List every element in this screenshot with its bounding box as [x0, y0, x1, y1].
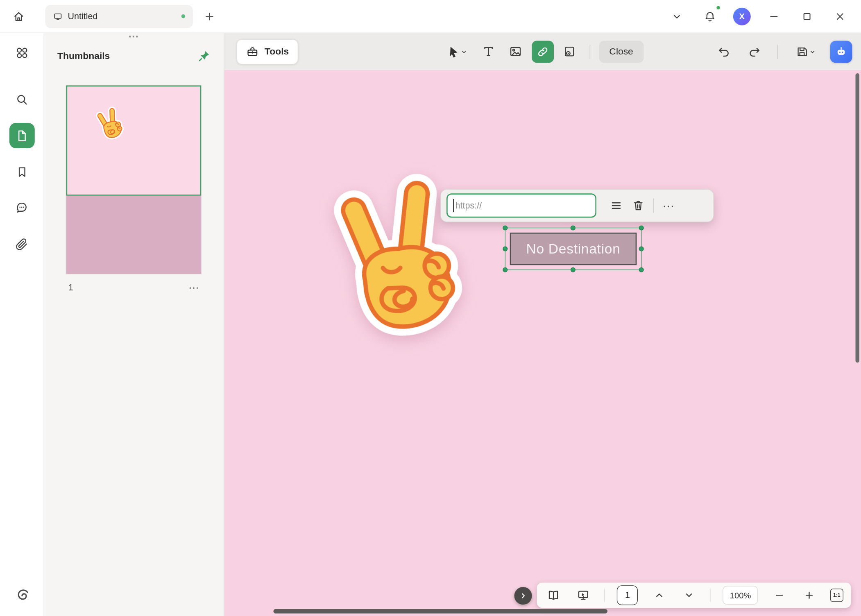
redo-icon — [747, 45, 761, 59]
new-tab-button[interactable] — [199, 6, 219, 26]
app-logo-icon — [14, 588, 29, 604]
chevron-down-icon — [809, 48, 816, 55]
resize-handle-middle-left[interactable] — [503, 246, 508, 251]
resize-handle-middle-right[interactable] — [639, 246, 644, 251]
next-page-button[interactable] — [680, 587, 698, 604]
link-destination-tool-button[interactable] — [559, 41, 581, 63]
vertical-scrollbar[interactable] — [856, 73, 859, 362]
document-tab[interactable]: Untitled — [45, 5, 193, 28]
bell-icon — [703, 10, 716, 23]
resize-handle-top-middle[interactable] — [571, 225, 576, 230]
horizontal-scrollbar[interactable] — [273, 609, 607, 614]
undo-icon — [717, 45, 731, 59]
app-body: ⋯ Thumbnails 1 ⋯ — [0, 33, 861, 616]
comment-icon — [15, 200, 29, 214]
resize-handle-bottom-middle[interactable] — [571, 267, 576, 272]
page-icon — [15, 129, 29, 143]
zoom-level-button[interactable]: 100% — [723, 586, 758, 605]
document-screen-icon — [53, 11, 63, 21]
home-icon — [12, 10, 25, 23]
resize-handle-bottom-right[interactable] — [639, 267, 644, 272]
maximize-button[interactable] — [797, 6, 817, 26]
page-options-button[interactable]: ⋯ — [188, 282, 199, 293]
save-icon — [795, 45, 809, 58]
app-logo-button[interactable] — [9, 583, 34, 609]
search-icon — [15, 92, 29, 106]
collapse-toolbar-button[interactable] — [667, 6, 687, 26]
page-thumbnail[interactable] — [66, 86, 201, 274]
titlebar-right-controls: X — [667, 6, 852, 26]
actual-size-button[interactable]: 1:1 — [830, 589, 843, 602]
notifications-button[interactable] — [700, 6, 720, 26]
presentation-mode-button[interactable] — [574, 587, 592, 604]
annotation-tools-group: Close — [442, 41, 643, 63]
home-button[interactable] — [9, 6, 29, 26]
select-tool-button[interactable] — [442, 41, 472, 63]
close-window-button[interactable] — [830, 6, 850, 26]
viewbar-divider — [710, 589, 710, 602]
plus-icon — [803, 589, 815, 602]
paperclip-icon — [15, 237, 29, 251]
link-options-menu-button[interactable] — [605, 195, 628, 217]
ai-robot-icon — [834, 45, 847, 58]
minimize-button[interactable] — [764, 6, 784, 26]
redo-button[interactable] — [743, 41, 765, 63]
view-controls-bar: 100% 1:1 — [537, 582, 851, 608]
save-button[interactable] — [790, 41, 822, 63]
collapse-view-bar-button[interactable] — [514, 587, 532, 605]
visible-area-indicator[interactable] — [66, 86, 201, 196]
plus-icon — [204, 10, 216, 23]
resize-handle-top-right[interactable] — [639, 225, 644, 230]
bookmark-icon — [15, 165, 28, 179]
comments-button[interactable] — [9, 195, 34, 220]
zoom-in-button[interactable] — [800, 587, 818, 604]
text-tool-button[interactable] — [478, 41, 500, 63]
chevron-right-icon — [518, 591, 528, 601]
image-tool-button[interactable] — [505, 41, 527, 63]
book-icon — [547, 589, 560, 602]
zoom-out-button[interactable] — [770, 587, 788, 604]
panel-drag-handle[interactable]: ⋯ — [128, 31, 140, 41]
user-avatar[interactable]: X — [733, 7, 751, 25]
apps-grid-icon — [15, 46, 29, 60]
pin-panel-button[interactable] — [195, 48, 213, 65]
delete-link-button[interactable] — [627, 195, 649, 217]
maximize-icon — [801, 10, 813, 23]
more-options-button[interactable]: ⋯ — [657, 195, 680, 217]
main-area: Tools — [224, 33, 861, 616]
close-link-mode-button[interactable]: Close — [599, 41, 644, 63]
link-url-input[interactable] — [446, 193, 596, 217]
attachments-button[interactable] — [9, 231, 34, 257]
search-button[interactable] — [9, 86, 34, 112]
avatar-initial: X — [739, 11, 745, 21]
bookmarks-button[interactable] — [9, 159, 34, 185]
link-annotation-label: No Destination — [526, 241, 620, 257]
page-thumbnails-panel-button[interactable] — [9, 123, 34, 148]
resize-handle-bottom-left[interactable] — [503, 267, 508, 272]
left-navigation-rail — [0, 33, 44, 616]
apps-grid-button[interactable] — [9, 40, 34, 66]
link-selection-frame: No Destination — [505, 228, 642, 270]
link-tool-button[interactable] — [532, 41, 554, 63]
document-canvas: ⋯ No Destination — [224, 70, 861, 616]
previous-page-button[interactable] — [650, 587, 668, 604]
link-tool-icon — [536, 45, 549, 58]
read-mode-button[interactable] — [545, 587, 562, 604]
undo-button[interactable] — [713, 41, 735, 63]
tools-label: Tools — [265, 46, 289, 57]
hamburger-menu-icon — [609, 199, 623, 212]
ellipsis-icon: ⋯ — [663, 200, 675, 211]
link-editor-popup: ⋯ — [440, 189, 714, 222]
page-number-label: 1 — [68, 283, 73, 292]
resize-handle-top-left[interactable] — [503, 225, 508, 230]
toolbar-divider — [589, 44, 590, 59]
minimize-icon — [768, 10, 780, 23]
ai-assistant-button[interactable] — [830, 41, 852, 63]
tools-menu-button[interactable]: Tools — [236, 39, 298, 64]
link-annotation-box[interactable]: No Destination — [510, 233, 637, 265]
thumbnails-panel: ⋯ Thumbnails 1 ⋯ — [44, 33, 224, 616]
title-bar: Untitled X — [0, 0, 861, 33]
current-page-input[interactable] — [617, 585, 638, 605]
peace-hand-sticker[interactable] — [301, 148, 496, 363]
cursor-icon — [446, 45, 460, 58]
